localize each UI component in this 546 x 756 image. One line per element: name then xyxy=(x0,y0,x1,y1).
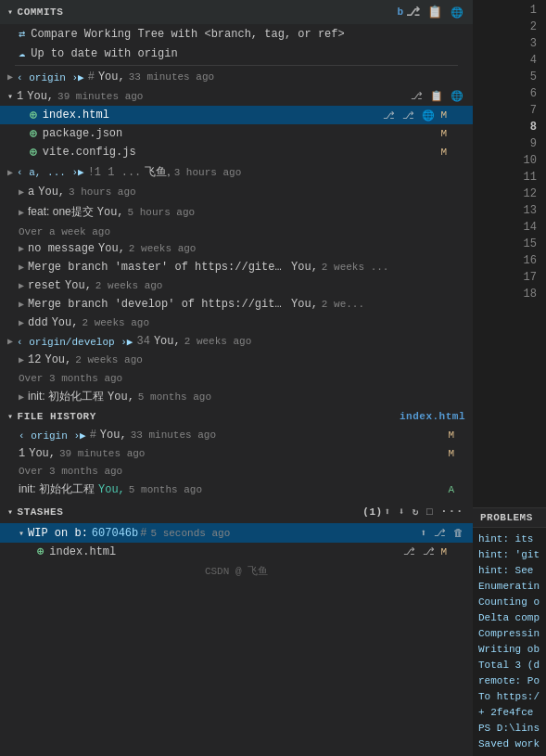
local-icon2[interactable]: 📋 xyxy=(428,89,445,103)
ln-11: 11 xyxy=(473,169,546,186)
wip-chevron: ▾ xyxy=(19,528,24,539)
feat-author: You, xyxy=(97,206,124,219)
compare-icon: ⇄ xyxy=(19,27,25,41)
fh-file: index.html xyxy=(400,411,465,422)
wip-icon1[interactable]: ⬆ xyxy=(418,526,428,540)
stash-icon1[interactable]: ⬆ xyxy=(383,505,393,519)
local-globe-icon[interactable]: 🌐 xyxy=(449,89,465,103)
fh-origin-ref: ‹ origin ›▶ xyxy=(19,429,86,442)
reset-commit[interactable]: ▶ reset You, 2 weeks ago xyxy=(0,276,473,295)
no-message-commit[interactable]: ▶ no message You, 2 weeks ago xyxy=(0,239,473,258)
stashes-header[interactable]: ▾ STASHES (1) ⬆ ⬇ ↻ □ ··· xyxy=(0,500,473,523)
wip-icon2[interactable]: ⎇ xyxy=(432,526,448,540)
cloud-icon: ☁ xyxy=(19,46,25,60)
wip-label: WIP on b: xyxy=(28,527,88,540)
merge-master-commit[interactable]: ▶ Merge branch 'master' of https://gitee… xyxy=(0,258,473,276)
local-group-header[interactable]: ▾ 1 You, 39 minutes ago ⎇ 📋 🌐 xyxy=(0,86,473,106)
twelve-commit[interactable]: ▶ 12 You, 2 weeks ago xyxy=(0,351,473,369)
fh-date-label: Over 3 months ago xyxy=(0,463,473,479)
stash-icon4[interactable]: □ xyxy=(425,506,435,519)
file-globe-icon[interactable]: 🌐 xyxy=(420,109,437,122)
file-history-header[interactable]: ▾ FILE HISTORY index.html xyxy=(0,407,473,426)
fh-origin-status: M xyxy=(448,429,454,441)
watermark-text: CSDN @ 飞鱼 xyxy=(205,566,268,577)
stash-more-icon[interactable]: ··· xyxy=(438,504,465,519)
ddd-author: You, xyxy=(52,316,79,329)
file-name-package: package.json xyxy=(43,127,122,140)
prob-6: Delta comp xyxy=(478,610,540,626)
commits-section-header[interactable]: ▾ COMMITS b ⎇ 📋 🌐 xyxy=(0,0,473,24)
sf-icon2[interactable]: ⎇ xyxy=(421,545,437,558)
twelve-num: 12 xyxy=(28,353,41,366)
commits-icon1[interactable]: ⎇ xyxy=(404,4,423,20)
stashes-chevron: ▾ xyxy=(7,506,14,518)
a-flags: !1 1 ... xyxy=(88,166,142,179)
commits-chevron: ▾ xyxy=(7,6,14,18)
fh-1-item[interactable]: 1 You, 39 minutes ago M xyxy=(0,444,473,463)
stash-icon3[interactable]: ↻ xyxy=(411,505,421,519)
fh-init-time: 5 months ago xyxy=(129,484,202,495)
ln-12: 12 xyxy=(473,186,546,202)
file-vite-config[interactable]: ⊕ vite.config.js M xyxy=(0,143,473,161)
prob-1: hint: its xyxy=(478,532,540,547)
file-index-html[interactable]: ⊕ index.html ⎇ ⎇ 🌐 M xyxy=(0,106,473,124)
merge-develop-commit[interactable]: ▶ Merge branch 'develop' of https://gite… xyxy=(0,295,473,314)
wip-stash-header[interactable]: ▾ WIP on b: 607046b # 5 seconds ago ⬆ ⎇ … xyxy=(0,523,473,543)
local-icon1[interactable]: ⎇ xyxy=(409,89,425,103)
commits-globe-icon[interactable]: 🌐 xyxy=(449,6,466,19)
sf-icon1[interactable]: ⎇ xyxy=(401,545,417,558)
compare-action[interactable]: ⇄ Compare Working Tree with <branch, tag… xyxy=(0,24,473,44)
right-panel: 1 2 3 4 5 6 7 8 9 10 11 12 13 14 15 16 1… xyxy=(473,0,546,756)
merge-master-chevron: ▶ xyxy=(19,262,24,273)
fh-origin-item[interactable]: ‹ origin ›▶ # You, 33 minutes ago M xyxy=(0,426,473,444)
init-commit[interactable]: ▶ init: 初始化工程 You, 5 months ago xyxy=(0,386,473,407)
prob-2: hint: 'git xyxy=(478,547,540,563)
no-msg-time: 2 weeks ago xyxy=(129,243,197,254)
ddd-commit[interactable]: ▶ ddd You, 2 weeks ago xyxy=(0,314,473,332)
fh-init-item[interactable]: init: 初始化工程 You, 5 months ago A xyxy=(0,479,473,500)
ddd-time: 2 weeks ago xyxy=(82,317,149,328)
file-icon2[interactable]: ⎇ xyxy=(400,109,416,122)
origin-chevron: ▶ xyxy=(7,71,13,83)
up-to-date-action[interactable]: ☁ Up to date with origin xyxy=(0,44,473,63)
no-msg-chevron: ▶ xyxy=(19,243,24,254)
ddd-chevron: ▶ xyxy=(19,317,24,328)
ddd-msg: ddd xyxy=(28,316,48,329)
origin-develop-chevron: ▶ xyxy=(7,336,13,347)
file-icon1[interactable]: ⎇ xyxy=(381,109,397,122)
fh-1-num: 1 xyxy=(19,447,25,460)
a-commit[interactable]: ▶ a You, 3 hours ago xyxy=(0,183,473,201)
stash-file-item[interactable]: ⊕ index.html ⎇ ⎇ M xyxy=(0,543,473,560)
prob-13: PS D:\lins xyxy=(478,721,540,737)
origin-develop-header[interactable]: ▶ ‹ origin/develop ›▶ 34 You, 2 weeks ag… xyxy=(0,332,473,351)
ln-9: 9 xyxy=(473,135,546,152)
file-package-json[interactable]: ⊕ package.json M xyxy=(0,124,473,143)
init-chevron: ▶ xyxy=(19,391,24,403)
prob-12: + 2fe4fce xyxy=(478,705,540,721)
merge-develop-time: 2 we... xyxy=(322,299,364,310)
fh-init-author: You, xyxy=(98,483,125,496)
fh-init-status: A xyxy=(448,484,454,495)
fh-origin-hash: # xyxy=(90,429,96,442)
origin-group-header[interactable]: ▶ ‹ origin ›▶ # You, 33 minutes ago xyxy=(0,68,473,86)
feat-commit[interactable]: ▶ feat: one提交 You, 5 hours ago xyxy=(0,201,473,223)
a-group-header[interactable]: ▶ ‹ a, ... ›▶ !1 1 ... 飞鱼, 3 hours ago xyxy=(0,161,473,183)
over-3months-label: Over 3 months ago xyxy=(0,369,473,386)
fh-origin-author: You, xyxy=(100,429,127,442)
prob-9: Total 3 (d xyxy=(478,658,540,673)
stashes-count: (1) xyxy=(362,506,382,518)
ln-10: 10 xyxy=(473,152,546,169)
reset-time: 2 weeks ago xyxy=(95,280,163,291)
reset-author: You, xyxy=(65,279,92,292)
wip-trash-icon[interactable]: 🗑 xyxy=(451,526,465,540)
commits-icon2[interactable]: 📋 xyxy=(425,4,445,20)
problems-panel: PROBLEMS hint: its hint: 'git hint: See … xyxy=(473,507,546,756)
a-author: 飞鱼, xyxy=(145,164,170,180)
ln-14: 14 xyxy=(473,219,546,236)
problems-header: PROBLEMS xyxy=(473,508,546,528)
prob-7: Compressin xyxy=(478,626,540,642)
stash-icon2[interactable]: ⬇ xyxy=(397,505,407,519)
watermark: CSDN @ 飞鱼 xyxy=(0,560,473,582)
prob-3: hint: See xyxy=(478,563,540,579)
a-commit-msg: a xyxy=(28,186,34,199)
